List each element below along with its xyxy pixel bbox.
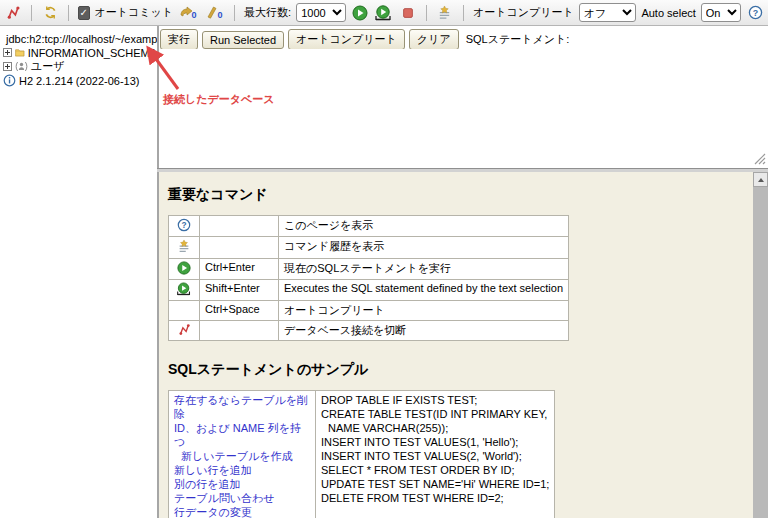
toolbar-separator <box>31 5 32 21</box>
disconnect-icon[interactable] <box>4 4 22 22</box>
autocomplete-button[interactable]: オートコンプリート <box>288 29 405 50</box>
table-row: コマンド履歴を表示 <box>169 237 569 259</box>
run-icon[interactable] <box>351 4 369 22</box>
command-desc: Executes the SQL statement defined by th… <box>279 280 569 301</box>
h2-console-window: ✓ オートコミット 0 0 最大行数: 1000 <box>0 0 768 518</box>
users-icon <box>15 60 28 73</box>
sample-sql: DELETE FROM TEST WHERE ID=2; <box>321 491 549 505</box>
resize-grip-icon[interactable] <box>754 153 766 165</box>
sample-link-update-row[interactable]: 行データの変更 <box>174 505 310 518</box>
sample-link-create-table[interactable]: ID、および NAME 列を持つ <box>174 421 310 449</box>
shortcut-cell <box>200 216 279 237</box>
autocomplete-select[interactable]: オフ <box>579 3 637 22</box>
expand-icon[interactable] <box>3 48 12 57</box>
shortcut-cell: Ctrl+Enter <box>200 259 279 280</box>
schema-label: INFORMATION_SCHEMA <box>28 47 157 59</box>
sample-link-query-table[interactable]: テーブル問い合わせ <box>174 491 310 505</box>
users-label: ユーザ <box>31 59 65 74</box>
sample-sql: CREATE TABLE TEST(ID INT PRIMARY KEY, <box>321 407 549 421</box>
shortcut-cell <box>200 237 279 259</box>
shortcut-cell <box>200 321 279 341</box>
sidebar-item-information-schema[interactable]: INFORMATION_SCHEMA <box>0 46 157 59</box>
help-icon[interactable]: ? <box>746 4 764 22</box>
sample-link-insert-row[interactable]: 新しい行を追加 <box>174 463 310 477</box>
svg-text:0: 0 <box>192 10 197 20</box>
table-row: Ctrl+Space オートコンプリート <box>169 301 569 321</box>
table-row: データベース接続を切断 <box>169 321 569 341</box>
help-icon: ? <box>177 218 191 232</box>
toolbar-separator <box>234 5 235 21</box>
command-desc: オートコンプリート <box>279 301 569 321</box>
max-rows-label: 最大行数: <box>244 5 291 20</box>
table-row: ? このページを表示 <box>169 216 569 237</box>
expand-icon[interactable] <box>3 62 12 71</box>
svg-text:?: ? <box>181 220 186 230</box>
query-pane: 実行 Run Selected オートコンプリート クリア SQLステートメント… <box>159 26 768 168</box>
table-row: Ctrl+Enter 現在のSQLステートメントを実行 <box>169 259 569 280</box>
sql-samples-table: 存在するならテーブルを削除 ID、および NAME 列を持つ 新しいテーブルを作… <box>168 390 555 518</box>
auto-select-select[interactable]: On <box>701 3 741 22</box>
auto-select-label: Auto select <box>641 7 695 19</box>
sample-sql: INSERT INTO TEST VALUES(2, 'World'); <box>321 449 549 463</box>
command-desc: このページを表示 <box>279 216 569 237</box>
commit-icon[interactable]: 0 <box>178 4 199 22</box>
sidebar-item-connection[interactable]: jdbc:h2:tcp://localhost/~/example <box>0 32 157 45</box>
important-commands-title: 重要なコマンド <box>168 186 746 204</box>
sql-editor[interactable] <box>159 49 754 154</box>
sql-samples-title: SQLステートメントのサンプル <box>168 361 746 379</box>
scrollbar[interactable] <box>753 172 768 518</box>
sql-statement-label: SQLステートメント: <box>466 32 570 47</box>
folder-icon <box>15 47 25 58</box>
database-tree: jdbc:h2:tcp://localhost/~/example INFORM… <box>0 26 157 518</box>
cancel-icon[interactable] <box>399 4 417 22</box>
rollback-icon[interactable]: 0 <box>204 4 225 22</box>
run-icon <box>177 261 191 275</box>
sample-sql: UPDATE TEST SET NAME='Hi' WHERE ID=1; <box>321 477 549 491</box>
sample-sql: SELECT * FROM TEST ORDER BY ID; <box>321 463 549 477</box>
sidebar-item-version[interactable]: H2 2.1.214 (2022-06-13) <box>0 74 157 87</box>
scrollbar-up-icon[interactable] <box>753 172 768 187</box>
help-content: 重要なコマンド ? このページを表示 <box>168 176 746 518</box>
command-desc: 現在のSQLステートメントを実行 <box>279 259 569 280</box>
important-commands-table: ? このページを表示 コマンド履歴を表示 <box>168 215 569 341</box>
toolbar-separator <box>426 5 427 21</box>
connection-url: jdbc:h2:tcp://localhost/~/example <box>6 33 157 45</box>
info-icon <box>3 74 16 87</box>
run-button[interactable]: 実行 <box>160 29 198 50</box>
table-row: 存在するならテーブルを削除 ID、および NAME 列を持つ 新しいテーブルを作… <box>169 391 555 518</box>
sidebar-item-users[interactable]: ユーザ <box>0 60 157 73</box>
autocommit-checkbox[interactable]: ✓ <box>78 6 90 20</box>
version-label: H2 2.1.214 (2022-06-13) <box>19 75 139 87</box>
svg-text:?: ? <box>752 8 757 18</box>
table-row: Shift+Enter Executes the SQL statement d… <box>169 280 569 301</box>
sample-link-insert-another-row[interactable]: 別の行を追加 <box>174 477 310 491</box>
toolbar-separator <box>68 5 69 21</box>
help-pane: 重要なコマンド ? このページを表示 <box>159 172 768 518</box>
svg-text:0: 0 <box>218 10 223 20</box>
command-desc: コマンド履歴を表示 <box>279 237 569 259</box>
sample-link-create-table-cont[interactable]: 新しいテーブルを作成 <box>174 449 310 463</box>
history-icon[interactable] <box>436 4 454 22</box>
autocommit-label: オートコミット <box>95 5 174 20</box>
sample-sql: INSERT INTO TEST VALUES(1, 'Hello'); <box>321 435 549 449</box>
history-icon <box>177 239 191 254</box>
shortcut-cell: Shift+Enter <box>200 280 279 301</box>
main-toolbar: ✓ オートコミット 0 0 最大行数: 1000 <box>0 0 768 26</box>
shortcut-cell: Ctrl+Space <box>200 301 279 321</box>
sample-sql: NAME VARCHAR(255)); <box>321 421 549 435</box>
sample-sql: DROP TABLE IF EXISTS TEST; <box>321 393 549 407</box>
sample-link-drop-table[interactable]: 存在するならテーブルを削除 <box>174 393 310 421</box>
refresh-icon[interactable] <box>41 4 59 22</box>
run-selected-icon <box>176 282 192 296</box>
max-rows-select[interactable]: 1000 <box>296 3 346 22</box>
run-selected-button[interactable]: Run Selected <box>202 31 284 49</box>
toolbar-separator <box>463 5 464 21</box>
autocomplete-label: オートコンプリート <box>473 5 574 20</box>
run-selected-icon[interactable] <box>374 4 394 22</box>
command-desc: データベース接続を切断 <box>279 321 569 341</box>
clear-button[interactable]: クリア <box>409 29 459 50</box>
disconnect-icon <box>178 323 191 336</box>
